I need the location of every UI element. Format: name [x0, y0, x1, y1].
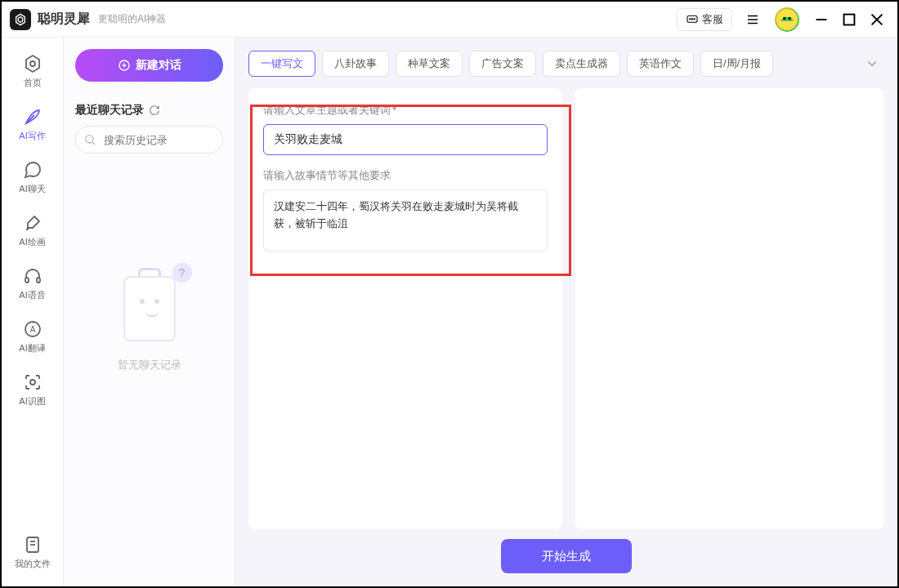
history-column: 新建对话 最近聊天记录 ? 暂无聊天记录: [64, 38, 235, 586]
user-avatar[interactable]: [775, 7, 799, 32]
app-name: 聪明灵犀: [38, 11, 90, 28]
svg-point-3: [690, 18, 691, 19]
recent-title: 最近聊天记录: [75, 103, 144, 118]
menu-button[interactable]: [739, 6, 767, 33]
svg-point-4: [691, 18, 692, 19]
svg-rect-13: [844, 14, 855, 24]
svg-marker-1: [18, 16, 22, 22]
new-chat-label: 新建对话: [136, 58, 181, 73]
window-controls: [814, 12, 884, 27]
chip-grass-copy[interactable]: 种草文案: [396, 51, 463, 77]
nav-home[interactable]: 首页: [10, 47, 56, 96]
nav-label: AI语音: [19, 289, 45, 301]
app-logo: [10, 9, 31, 30]
content-area: 一键写文 八卦故事 种草文案 广告文案 卖点生成器 英语作文 日/周/月报 请输…: [235, 38, 897, 586]
svg-point-17: [30, 61, 35, 66]
empty-illustration: ?: [115, 268, 184, 350]
nav-label: 我的文件: [15, 558, 51, 570]
search-history: [75, 126, 223, 154]
template-chips: 一键写文 八卦故事 种草文案 广告文案 卖点生成器 英语作文 日/周/月报: [248, 51, 884, 77]
detail-label: 请输入故事情节等其他要求: [263, 168, 548, 183]
app-subtitle: 更聪明的AI神器: [98, 12, 166, 26]
empty-text: 暂无聊天记录: [118, 358, 181, 372]
chips-collapse[interactable]: [860, 51, 884, 76]
svg-text:A: A: [29, 325, 35, 334]
nav-ai-write[interactable]: AI写作: [10, 100, 56, 149]
svg-point-23: [30, 380, 35, 385]
output-panel: [575, 88, 884, 529]
brush-icon: [23, 213, 42, 233]
nav-my-files[interactable]: 我的文件: [10, 528, 56, 577]
svg-point-5: [694, 18, 695, 19]
generate-button[interactable]: 开始生成: [501, 539, 632, 573]
scan-icon: [23, 372, 42, 392]
svg-rect-20: [37, 278, 40, 283]
search-icon: [83, 133, 96, 146]
refresh-icon[interactable]: [149, 105, 160, 116]
svg-point-10: [783, 16, 785, 19]
nav-label: AI绘画: [19, 236, 45, 248]
svg-point-11: [789, 16, 791, 19]
nav-ai-chat[interactable]: AI聊天: [10, 154, 56, 202]
headphone-icon: [23, 266, 42, 286]
svg-rect-19: [25, 278, 29, 283]
title-bar: 聪明灵犀 更聪明的AI神器 客服: [2, 2, 897, 38]
translate-icon: A: [23, 319, 42, 339]
nav-label: AI写作: [19, 130, 45, 142]
feather-icon: [23, 107, 42, 127]
svg-marker-0: [16, 14, 25, 24]
detail-textarea[interactable]: [263, 189, 548, 252]
nav-label: AI聊天: [19, 183, 45, 195]
search-input[interactable]: [75, 126, 223, 154]
chat-icon: [23, 160, 42, 180]
customer-service-button[interactable]: 客服: [677, 8, 732, 31]
maximize-button[interactable]: [842, 12, 857, 27]
empty-history: ? 暂无聊天记录: [75, 268, 223, 372]
topic-label: 请输入文章主题或者关键词*: [263, 103, 548, 118]
left-nav: 首页 AI写作 AI聊天 AI绘画 AI语音 A AI翻译 AI识图 我的文件: [2, 38, 64, 586]
recent-chats-header: 最近聊天记录: [75, 103, 223, 118]
nav-label: AI翻译: [19, 342, 45, 354]
new-chat-button[interactable]: 新建对话: [75, 49, 223, 82]
nav-ai-draw[interactable]: AI绘画: [10, 207, 56, 255]
chevron-down-icon: [865, 56, 879, 71]
nav-label: 首页: [24, 77, 42, 89]
minimize-button[interactable]: [814, 12, 829, 27]
chip-onekey-article[interactable]: 一键写文: [248, 51, 315, 77]
nav-ai-voice[interactable]: AI语音: [10, 260, 56, 308]
topic-input[interactable]: [263, 124, 548, 155]
chip-selling-point[interactable]: 卖点生成器: [543, 51, 620, 77]
input-panel: 请输入文章主题或者关键词* 请输入故事情节等其他要求: [248, 88, 562, 529]
nav-ai-image-rec[interactable]: AI识图: [10, 366, 56, 414]
nav-ai-translate[interactable]: A AI翻译: [10, 313, 56, 361]
chip-gossip-story[interactable]: 八卦故事: [322, 51, 389, 77]
close-button[interactable]: [870, 12, 884, 27]
customer-service-label: 客服: [702, 12, 723, 27]
svg-point-30: [86, 136, 93, 143]
chip-ad-copy[interactable]: 广告文案: [469, 51, 536, 77]
file-icon: [23, 535, 42, 555]
chip-english-essay[interactable]: 英语作文: [627, 51, 694, 77]
home-icon: [23, 54, 42, 74]
question-icon: ?: [172, 263, 192, 283]
nav-label: AI识图: [19, 395, 45, 408]
svg-marker-16: [26, 56, 39, 72]
svg-line-31: [92, 142, 95, 145]
chip-report[interactable]: 日/周/月报: [700, 51, 773, 77]
